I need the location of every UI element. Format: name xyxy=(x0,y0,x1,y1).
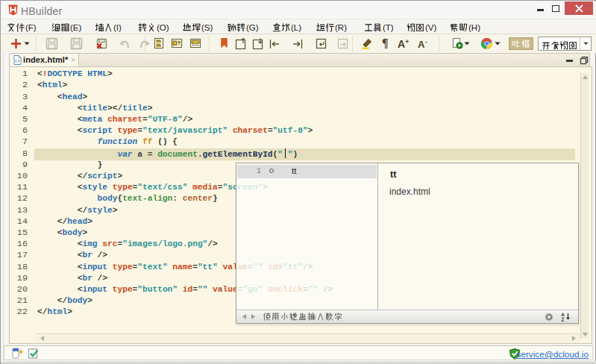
svg-text:+: + xyxy=(405,38,409,46)
svg-text:-: - xyxy=(425,38,427,46)
svg-text:¶: ¶ xyxy=(382,37,389,49)
svg-text:A: A xyxy=(418,39,425,50)
svg-text:A: A xyxy=(398,38,405,49)
